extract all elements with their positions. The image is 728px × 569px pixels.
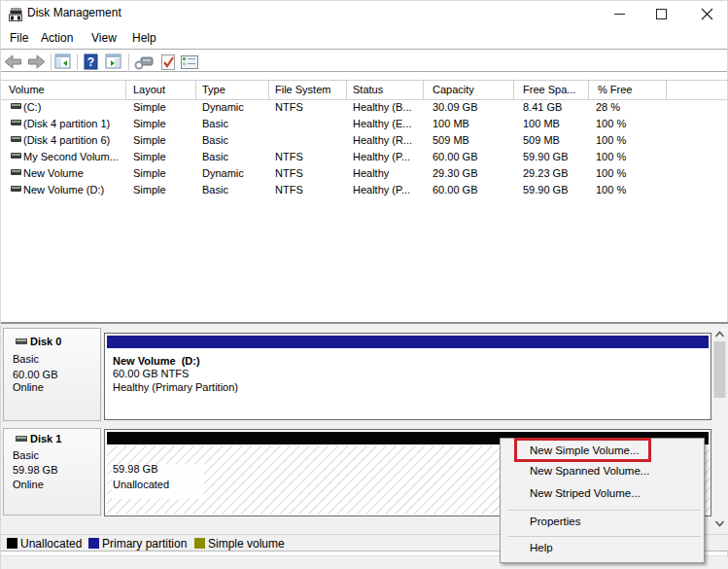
svg-text:?: ? xyxy=(87,55,94,69)
